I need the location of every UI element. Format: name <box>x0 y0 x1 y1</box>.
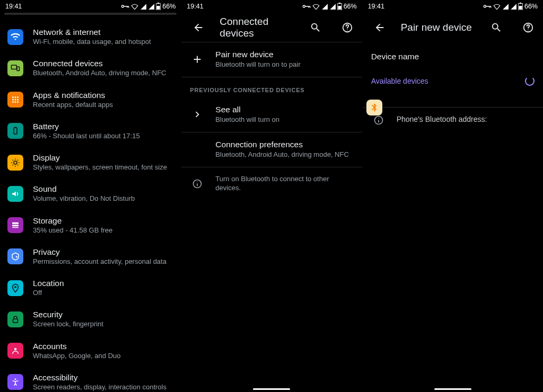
settings-item-accounts[interactable]: Accounts WhatsApp, Google, and Duo <box>0 335 181 367</box>
status-bar: 19:41 66% <box>181 0 362 13</box>
settings-list[interactable]: Network & internet Wi-Fi, mobile, data u… <box>0 15 181 392</box>
wifi-icon <box>7 29 23 45</box>
item-title: Accessibility <box>33 373 167 382</box>
svg-rect-2 <box>157 3 160 4</box>
svg-point-21 <box>16 256 17 258</box>
item-title: Battery <box>33 122 140 131</box>
settings-item-privacy[interactable]: Privacy Permissions, account activity, p… <box>0 241 181 272</box>
status-time: 19:41 <box>187 3 203 10</box>
topbar: Pair new device <box>363 13 543 42</box>
settings-item-location[interactable]: Location Off <box>0 272 181 304</box>
settings-item-security[interactable]: Security Screen lock, fingerprint <box>0 304 181 335</box>
item-sub: Volume, vibration, Do Not Disturb <box>33 194 135 203</box>
plus-icon <box>191 54 203 65</box>
nav-indicator[interactable] <box>434 388 471 390</box>
settings-item-apps[interactable]: Apps & notifications Recent apps, defaul… <box>0 84 181 115</box>
svg-point-7 <box>15 96 16 98</box>
vpn-icon <box>483 4 492 9</box>
status-icons: 66% <box>483 3 538 10</box>
search-button[interactable] <box>486 17 507 38</box>
settings-item-display[interactable]: Display Styles, wallpapers, screen timeo… <box>0 147 181 178</box>
settings-item-accessibility[interactable]: Accessibility Screen readers, display, i… <box>0 367 181 392</box>
svg-point-10 <box>15 99 16 101</box>
search-icon <box>310 22 321 33</box>
help-icon <box>341 22 353 33</box>
svg-point-6 <box>12 96 14 98</box>
svg-point-26 <box>303 5 305 7</box>
devices-icon <box>7 60 23 76</box>
storage-icon <box>7 217 23 233</box>
signal-icon <box>140 3 146 10</box>
item-sub: Off <box>33 289 64 297</box>
status-time: 19:41 <box>368 3 384 10</box>
bt-address-row: Phone's Bluetooth address: <box>363 107 543 133</box>
svg-rect-19 <box>12 225 19 226</box>
settings-item-devices[interactable]: Connected devices Bluetooth, Android Aut… <box>0 52 181 84</box>
back-button[interactable] <box>369 17 390 38</box>
svg-rect-28 <box>338 3 340 4</box>
row-sub: Bluetooth will turn on to pair <box>215 60 353 69</box>
search-button[interactable] <box>305 17 326 38</box>
item-sub: Wi-Fi, mobile, data usage, and hotspot <box>33 38 151 46</box>
svg-rect-4 <box>12 65 17 69</box>
svg-rect-23 <box>13 319 18 323</box>
wifi-icon <box>131 3 138 10</box>
svg-point-35 <box>484 5 486 7</box>
info-icon <box>373 115 384 126</box>
status-battery: 66% <box>344 3 357 10</box>
item-title: Storage <box>33 216 112 226</box>
pair-new-device-row[interactable]: Pair new device Bluetooth will turn on t… <box>181 42 362 77</box>
battery-icon <box>518 3 523 10</box>
status-icons: 66% <box>302 3 357 10</box>
settings-item-sound[interactable]: Sound Volume, vibration, Do Not Disturb <box>0 178 181 209</box>
row-title: See all <box>215 105 353 114</box>
accessibility-icon <box>7 374 23 390</box>
battery-icon <box>337 3 342 10</box>
back-button[interactable] <box>188 17 209 38</box>
page-title: Pair new device <box>401 22 475 33</box>
item-sub: Styles, wallpapers, screen timeout, font… <box>33 163 167 172</box>
arrow-back-icon <box>374 22 386 33</box>
location-icon <box>7 280 23 296</box>
svg-point-14 <box>17 101 19 103</box>
connection-preferences-row[interactable]: Connection preferences Bluetooth, Androi… <box>181 132 362 167</box>
svg-point-34 <box>197 181 198 182</box>
item-sub: Screen readers, display, interaction con… <box>33 383 167 391</box>
svg-rect-16 <box>15 127 16 128</box>
vpn-icon <box>121 4 129 9</box>
settings-item-wifi[interactable]: Network & internet Wi-Fi, mobile, data u… <box>0 21 181 52</box>
privacy-icon <box>7 248 23 264</box>
item-sub: 66% - Should last until about 17:15 <box>33 132 140 140</box>
help-icon <box>522 22 534 33</box>
svg-point-43 <box>378 118 379 119</box>
chevron-right-icon <box>191 109 203 120</box>
wifi-icon <box>312 3 320 10</box>
see-all-row[interactable]: See all Bluetooth will turn on <box>181 97 362 132</box>
svg-point-12 <box>12 101 14 103</box>
status-time: 19:41 <box>5 3 22 10</box>
settings-item-storage[interactable]: Storage 35% used - 41.58 GB free <box>0 210 181 241</box>
bluetooth-icon <box>370 103 379 112</box>
settings-item-battery[interactable]: Battery 66% - Should last until about 17… <box>0 115 181 147</box>
svg-rect-38 <box>519 6 522 10</box>
svg-point-11 <box>17 99 19 101</box>
info-row: Turn on Bluetooth to connect to other de… <box>181 167 362 200</box>
svg-point-22 <box>14 286 16 288</box>
row-sub: Bluetooth, Android Auto, driving mode, N… <box>215 150 353 159</box>
svg-rect-5 <box>17 67 20 71</box>
battery-icon <box>7 123 23 139</box>
help-button[interactable] <box>337 17 358 38</box>
item-sub: WhatsApp, Google, and Duo <box>33 352 121 360</box>
pair-new-device-pane: 19:41 66% Pair new device Device name Av… <box>362 0 543 392</box>
signal-icon <box>321 3 328 10</box>
help-button[interactable] <box>518 17 539 38</box>
svg-rect-29 <box>338 6 341 10</box>
bluetooth-fab[interactable] <box>366 100 382 115</box>
device-name-row[interactable]: Device name <box>363 42 543 71</box>
settings-pane: 19:41 66% Network & internet Wi-Fi, mobi… <box>0 0 181 392</box>
nav-indicator[interactable] <box>253 388 290 390</box>
page-title: Connected devices <box>220 16 294 39</box>
row-sub: Bluetooth will turn on <box>215 115 353 124</box>
topbar: Connected devices <box>181 13 362 42</box>
svg-point-8 <box>17 96 19 98</box>
